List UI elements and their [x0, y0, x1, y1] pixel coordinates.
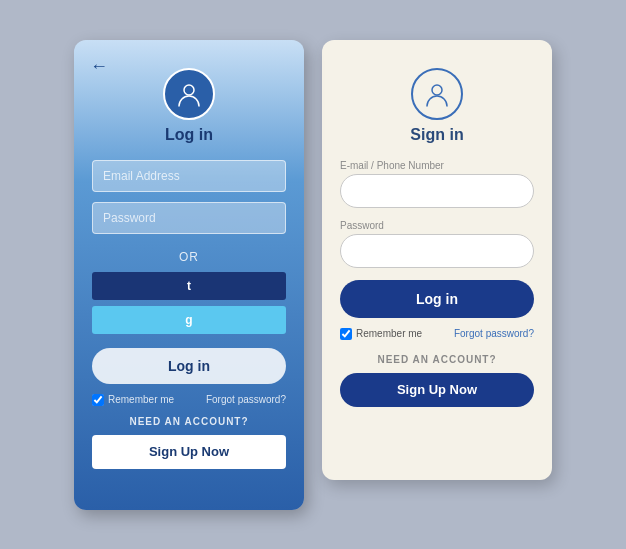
avatar-blue [163, 68, 215, 120]
remember-me-checkbox-light[interactable] [340, 328, 352, 340]
google-button[interactable]: g [92, 306, 286, 334]
avatar-light [411, 68, 463, 120]
card2-title: Sign in [410, 126, 463, 144]
login-button-blue[interactable]: Log in [92, 348, 286, 384]
forgot-password-link[interactable]: Forgot password? [206, 394, 286, 405]
password-input-blue[interactable] [92, 202, 286, 234]
svg-point-1 [432, 85, 442, 95]
remember-row-light: Remember me Forgot password? [340, 328, 534, 340]
email-label: E-mail / Phone Number [340, 160, 534, 171]
signup-button-light[interactable]: Sign Up Now [340, 373, 534, 407]
back-arrow-icon[interactable]: ← [90, 56, 108, 77]
main-container: ← Log in OR t g Log in Remember me Forgo… [74, 40, 552, 510]
email-input-blue[interactable] [92, 160, 286, 192]
login-button-light[interactable]: Log in [340, 280, 534, 318]
card-login-blue: ← Log in OR t g Log in Remember me Forgo… [74, 40, 304, 510]
remember-me-label: Remember me [92, 394, 174, 406]
or-divider: OR [179, 250, 199, 264]
remember-me-label-light: Remember me [340, 328, 422, 340]
remember-me-checkbox[interactable] [92, 394, 104, 406]
need-account-text-blue: NEED AN ACCOUNT? [129, 416, 248, 427]
signup-button-blue[interactable]: Sign Up Now [92, 435, 286, 469]
remember-row-blue: Remember me Forgot password? [92, 394, 286, 406]
password-input-light[interactable] [340, 234, 534, 268]
card-signin-light: Sign in E-mail / Phone Number Password L… [322, 40, 552, 480]
twitter-button[interactable]: t [92, 272, 286, 300]
email-input-light[interactable] [340, 174, 534, 208]
card1-title: Log in [165, 126, 213, 144]
forgot-password-link-light[interactable]: Forgot password? [454, 328, 534, 339]
need-account-text-light: NEED AN ACCOUNT? [377, 354, 496, 365]
svg-point-0 [184, 85, 194, 95]
password-label: Password [340, 220, 534, 231]
